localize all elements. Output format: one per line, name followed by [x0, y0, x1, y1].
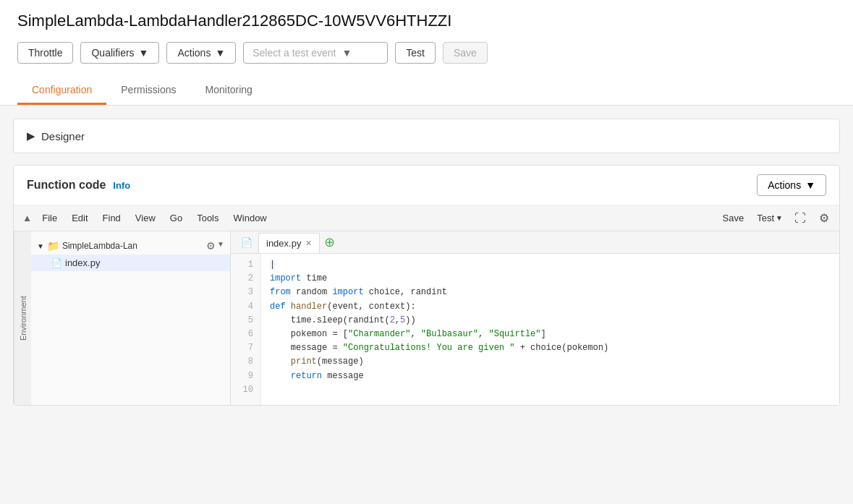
- file-tree: ▼ 📁 SimpleLambda-Lan ⚙ ▼ 📄 index.p: [31, 231, 230, 405]
- fullscreen-icon[interactable]: ⛶: [790, 209, 810, 228]
- chevron-down-icon: ▼: [139, 47, 149, 59]
- folder-name: SimpleLambda-Lan: [62, 241, 137, 251]
- menu-edit[interactable]: Edit: [64, 210, 95, 226]
- menu-file[interactable]: File: [35, 210, 64, 226]
- collapse-editor-button[interactable]: ▲: [20, 210, 35, 226]
- editor-menu-right: Save Test ▼ ⛶ ⚙: [717, 208, 833, 228]
- folder-icon: 📁: [47, 240, 59, 252]
- chevron-down-icon: ▼: [215, 47, 225, 59]
- environment-label: Environment: [14, 231, 31, 405]
- add-tab-button[interactable]: ⊕: [324, 236, 335, 249]
- chevron-down-icon: ▼: [805, 179, 815, 191]
- designer-title: Designer: [41, 130, 85, 142]
- tab-file-name: index.py: [266, 238, 301, 249]
- menu-view[interactable]: View: [128, 210, 163, 226]
- menu-go[interactable]: Go: [163, 210, 190, 226]
- editor-save-button[interactable]: Save: [717, 210, 750, 226]
- code-tabs: 📄 index.py ✕ ⊕: [231, 231, 839, 254]
- tab-permissions[interactable]: Permissions: [106, 77, 190, 105]
- editor-test-button[interactable]: Test ▼: [754, 210, 786, 226]
- file-panel: Environment ▼ 📁 SimpleLambda-Lan ⚙ ▼: [14, 231, 231, 405]
- folder-item[interactable]: ▼ 📁 SimpleLambda-Lan ⚙ ▼: [31, 237, 230, 255]
- menu-window[interactable]: Window: [226, 210, 274, 226]
- chevron-down-icon: ▼: [37, 242, 44, 250]
- tab-history-icon[interactable]: 📄: [235, 233, 258, 252]
- select-test-event[interactable]: Select a test event ▼: [243, 42, 388, 64]
- chevron-down-icon: ▼: [217, 240, 224, 252]
- editor-menubar: ▲ File Edit Find View Go Tools Window Sa…: [14, 205, 839, 231]
- function-code-title: Function code Info: [27, 179, 130, 192]
- code-panel: 📄 index.py ✕ ⊕ 1 2 3: [231, 231, 839, 405]
- menu-find[interactable]: Find: [96, 210, 128, 226]
- settings-icon[interactable]: ⚙: [815, 208, 833, 228]
- header: SimpleLambda-LambdaHandler212865DC-10W5V…: [0, 0, 853, 106]
- function-code-actions-button[interactable]: Actions ▼: [757, 174, 826, 196]
- actions-button[interactable]: Actions ▼: [166, 42, 236, 64]
- code-editor[interactable]: 1 2 3 4 5 6 7 8 9 10 | impo: [231, 254, 839, 405]
- tabs: Configuration Permissions Monitoring: [17, 77, 836, 105]
- file-item[interactable]: 📄 index.py: [31, 255, 230, 271]
- content-area: ▶ Designer Function code Info Actions ▼: [0, 106, 853, 419]
- chevron-down-icon: ▼: [776, 214, 783, 222]
- function-code-section: Function code Info Actions ▼ ▲ File Edit…: [13, 165, 840, 406]
- toolbar: Throttle Qualifiers ▼ Actions ▼ Select a…: [17, 42, 836, 74]
- file-icon: 📄: [51, 258, 62, 268]
- file-name: index.py: [65, 257, 100, 268]
- qualifiers-button[interactable]: Qualifiers ▼: [80, 42, 159, 64]
- throttle-button[interactable]: Throttle: [17, 42, 73, 64]
- designer-section: ▶ Designer: [13, 119, 840, 153]
- editor-container: ▲ File Edit Find View Go Tools Window Sa…: [14, 205, 839, 405]
- info-link[interactable]: Info: [113, 180, 130, 191]
- line-numbers: 1 2 3 4 5 6 7 8 9 10: [231, 254, 261, 405]
- page-wrapper: SimpleLambda-LambdaHandler212865DC-10W5V…: [0, 0, 853, 504]
- function-code-label: Function code: [27, 179, 106, 192]
- tab-configuration[interactable]: Configuration: [17, 77, 106, 105]
- code-tab-file[interactable]: index.py ✕: [258, 233, 320, 253]
- collapse-icon: ▶: [27, 129, 35, 142]
- close-icon[interactable]: ✕: [305, 239, 312, 248]
- save-button: Save: [443, 42, 488, 64]
- function-code-header: Function code Info Actions ▼: [14, 166, 839, 205]
- tab-monitoring[interactable]: Monitoring: [191, 77, 267, 105]
- page-title: SimpleLambda-LambdaHandler212865DC-10W5V…: [17, 12, 836, 30]
- chevron-down-icon: ▼: [341, 47, 352, 59]
- editor-body: Environment ▼ 📁 SimpleLambda-Lan ⚙ ▼: [14, 231, 839, 405]
- folder-settings-icon[interactable]: ⚙: [206, 240, 216, 252]
- code-content[interactable]: | import time from random import choice,…: [261, 254, 839, 405]
- menu-tools[interactable]: Tools: [190, 210, 226, 226]
- designer-header[interactable]: ▶ Designer: [14, 119, 839, 153]
- test-button[interactable]: Test: [395, 42, 436, 64]
